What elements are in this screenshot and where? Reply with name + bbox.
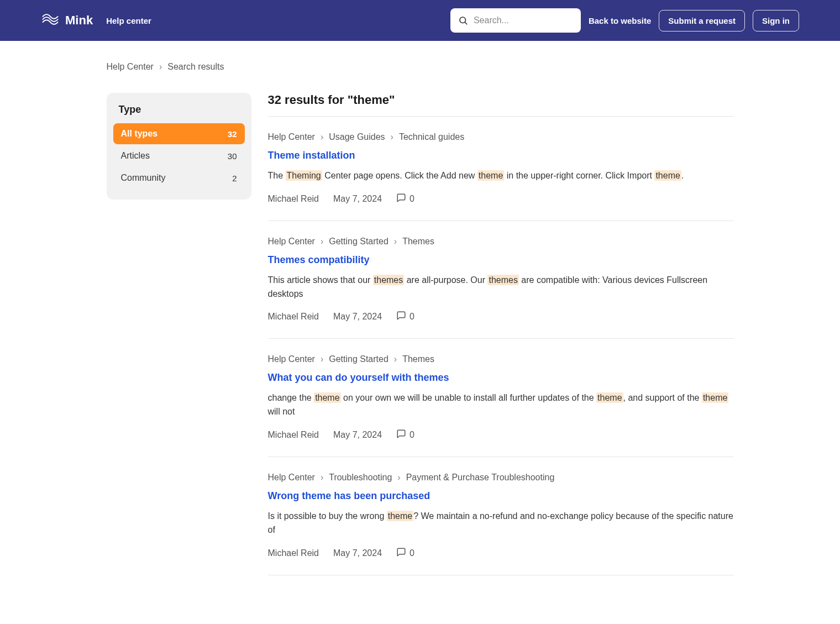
chevron-right-icon: ›	[321, 237, 323, 247]
result-breadcrumb-link[interactable]: Help Center	[268, 354, 315, 364]
sign-in-button[interactable]: Sign in	[753, 10, 799, 32]
chevron-right-icon: ›	[397, 473, 400, 483]
result-snippet: This article shows that our themes are a…	[268, 274, 734, 301]
comment-count: 0	[410, 548, 414, 558]
result-breadcrumb-link[interactable]: Getting Started	[329, 354, 389, 364]
search-input[interactable]	[450, 8, 581, 33]
result-snippet: Is it possible to buy the wrong theme? W…	[268, 510, 734, 537]
chevron-right-icon: ›	[394, 237, 397, 247]
search-result: Help Center›Getting Started›ThemesWhat y…	[268, 339, 734, 457]
filter-item[interactable]: Community2	[113, 167, 245, 188]
back-to-website-link[interactable]: Back to website	[589, 16, 651, 25]
result-meta: Michael ReidMay 7, 20240	[268, 429, 734, 441]
result-breadcrumb-link[interactable]: Help Center	[268, 473, 315, 483]
filter-item[interactable]: All types32	[113, 123, 245, 144]
help-center-link[interactable]: Help center	[106, 16, 151, 25]
result-breadcrumb-link[interactable]: Usage Guides	[329, 132, 385, 142]
result-author: Michael Reid	[268, 548, 319, 558]
result-author: Michael Reid	[268, 430, 319, 440]
result-breadcrumb-link[interactable]: Themes	[402, 237, 434, 247]
comment-count: 0	[410, 312, 414, 322]
result-date: May 7, 2024	[333, 312, 382, 322]
result-breadcrumb-link[interactable]: Payment & Purchase Troubleshooting	[406, 473, 555, 483]
breadcrumb: Help Center › Search results	[107, 62, 734, 72]
result-comments: 0	[396, 193, 414, 205]
filter-title: Type	[119, 104, 239, 116]
result-comments: 0	[396, 429, 414, 441]
result-breadcrumb: Help Center›Usage Guides›Technical guide…	[268, 132, 734, 142]
comment-count: 0	[410, 194, 414, 204]
result-breadcrumb-link[interactable]: Themes	[402, 354, 434, 364]
result-title-link[interactable]: What you can do yourself with themes	[268, 372, 449, 384]
brand-logo-icon	[41, 10, 60, 31]
chevron-right-icon: ›	[321, 132, 323, 142]
result-breadcrumb: Help Center›Troubleshooting›Payment & Pu…	[268, 473, 734, 483]
result-breadcrumb-link[interactable]: Technical guides	[399, 132, 464, 142]
comment-icon	[396, 547, 406, 559]
result-date: May 7, 2024	[333, 548, 382, 558]
results-main: 32 results for "theme" Help Center›Usage…	[268, 93, 734, 575]
comment-count: 0	[410, 430, 414, 440]
result-title-link[interactable]: Wrong theme has been purchased	[268, 490, 431, 502]
comment-icon	[396, 429, 406, 441]
filter-label: All types	[121, 129, 158, 139]
result-comments: 0	[396, 311, 414, 323]
brand: Mink Help center	[41, 10, 151, 31]
result-meta: Michael ReidMay 7, 20240	[268, 193, 734, 205]
result-snippet: The Theming Center page opens. Click the…	[268, 169, 734, 183]
breadcrumb-current: Search results	[167, 62, 224, 72]
header-search	[450, 8, 581, 33]
filter-count: 32	[228, 129, 237, 139]
search-result: Help Center›Usage Guides›Technical guide…	[268, 117, 734, 221]
breadcrumb-root[interactable]: Help Center	[107, 62, 154, 72]
result-author: Michael Reid	[268, 194, 319, 204]
result-meta: Michael ReidMay 7, 20240	[268, 547, 734, 559]
filter-sidebar: Type All types32Articles30Community2	[107, 93, 251, 200]
filter-count: 30	[228, 151, 237, 161]
site-header: Mink Help center Back to website Submit …	[0, 0, 840, 41]
chevron-right-icon: ›	[159, 62, 162, 72]
result-title-link[interactable]: Theme installation	[268, 150, 355, 161]
chevron-right-icon: ›	[321, 354, 323, 364]
results-heading: 32 results for "theme"	[268, 93, 734, 107]
comment-icon	[396, 193, 406, 205]
result-snippet: change the theme on your own we will be …	[268, 391, 734, 419]
result-author: Michael Reid	[268, 312, 319, 322]
result-meta: Michael ReidMay 7, 20240	[268, 311, 734, 323]
result-date: May 7, 2024	[333, 430, 382, 440]
filter-item[interactable]: Articles30	[113, 145, 245, 166]
result-comments: 0	[396, 547, 414, 559]
result-breadcrumb-link[interactable]: Help Center	[268, 132, 315, 142]
result-breadcrumb-link[interactable]: Help Center	[268, 237, 315, 247]
comment-icon	[396, 311, 406, 323]
submit-request-button[interactable]: Submit a request	[659, 10, 745, 32]
search-result: Help Center›Troubleshooting›Payment & Pu…	[268, 457, 734, 575]
chevron-right-icon: ›	[391, 132, 393, 142]
result-breadcrumb: Help Center›Getting Started›Themes	[268, 354, 734, 364]
result-breadcrumb-link[interactable]: Getting Started	[329, 237, 389, 247]
filter-count: 2	[232, 174, 237, 183]
chevron-right-icon: ›	[394, 354, 397, 364]
result-breadcrumb-link[interactable]: Troubleshooting	[329, 473, 392, 483]
result-breadcrumb: Help Center›Getting Started›Themes	[268, 237, 734, 247]
result-title-link[interactable]: Themes compatibility	[268, 254, 370, 266]
filter-label: Community	[121, 173, 166, 183]
brand-name[interactable]: Mink	[65, 13, 93, 28]
result-date: May 7, 2024	[333, 194, 382, 204]
search-result: Help Center›Getting Started›ThemesThemes…	[268, 221, 734, 339]
chevron-right-icon: ›	[321, 473, 323, 483]
filter-label: Articles	[121, 151, 150, 161]
svg-line-1	[465, 22, 466, 24]
